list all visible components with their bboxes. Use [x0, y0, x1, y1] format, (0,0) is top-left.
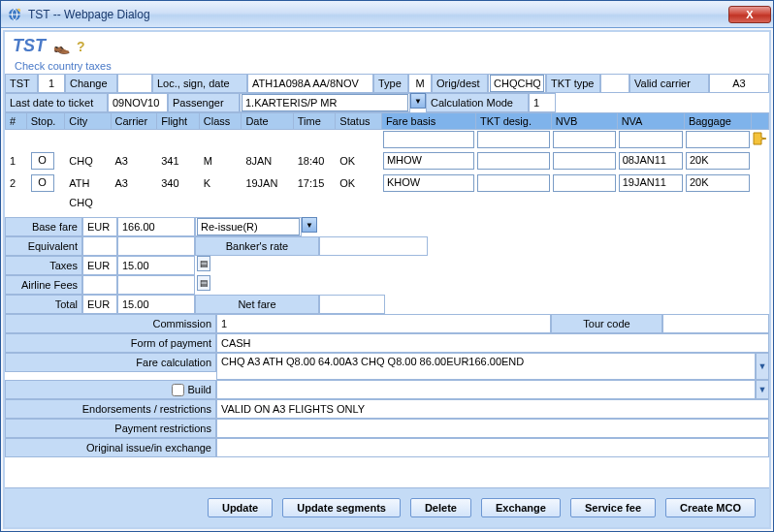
build-cell: Build: [5, 380, 216, 399]
basefare-cur: EUR: [82, 217, 117, 236]
stop-input[interactable]: O: [31, 174, 54, 192]
seg-header-nvb: NVB: [551, 113, 617, 130]
tst-logo: TST: [13, 36, 46, 56]
build-label: Build: [188, 384, 211, 395]
close-button[interactable]: X: [728, 6, 771, 23]
lastdate-value: 09NOV10: [108, 93, 168, 112]
shoe-icon[interactable]: 👞: [53, 39, 70, 54]
nva-input[interactable]: 19JAN11: [619, 174, 683, 192]
tktdesig-input[interactable]: [477, 152, 550, 170]
farecalc-value[interactable]: CHQ A3 ATH Q8.00 64.00A3 CHQ Q8.00 86.00…: [216, 353, 756, 380]
ie-icon: [7, 7, 22, 22]
seg-header-nva: NVA: [617, 113, 684, 130]
endo-label: Endorsements / restrictions: [5, 399, 216, 419]
blank-nvb-input[interactable]: [553, 131, 616, 148]
seg-header-time: Time: [293, 113, 336, 130]
bag-input[interactable]: 20K: [686, 174, 750, 192]
endo-value[interactable]: VALID ON A3 FLIGHTS ONLY: [216, 399, 769, 419]
airfee-detail-icon[interactable]: ▤: [197, 275, 210, 291]
nvb-input[interactable]: [553, 152, 616, 170]
farebasis-input[interactable]: KHOW: [383, 174, 474, 192]
seg-header-class: Class: [199, 113, 242, 130]
type-value: M: [408, 74, 432, 93]
total-amt: 15.00: [117, 295, 195, 314]
tourcode-label: Tour code: [551, 314, 662, 333]
check-country-taxes-link[interactable]: Check country taxes: [5, 58, 769, 74]
netfare-value: [319, 295, 385, 314]
page-header: TST 👞 ?: [5, 32, 769, 58]
info-row-1: TST 1 Change Loc., sign, date ATH1A098A …: [5, 74, 769, 93]
help-icon[interactable]: ?: [77, 39, 85, 54]
build-value: [216, 380, 756, 399]
seg-header-baggage: Baggage: [684, 113, 751, 130]
build-scroll-icon[interactable]: ▼: [756, 380, 769, 399]
validcarrier-label: Valid carrier: [629, 74, 709, 93]
reissue-drop-icon[interactable]: ▼: [302, 217, 317, 233]
reissue-input[interactable]: [197, 218, 300, 235]
tktdesig-input[interactable]: [477, 174, 550, 192]
fare-block: Base fare EUR 166.00 ▼ Equivalent Banker…: [5, 217, 769, 314]
passenger-input[interactable]: [242, 94, 408, 111]
tst-label: TST: [5, 74, 38, 93]
payrest-label: Payment restrictions: [5, 419, 216, 438]
airfee-amt: [117, 275, 195, 295]
seg-header-tkt-desig-: TKT desig.: [476, 113, 552, 130]
origissue-value[interactable]: [216, 438, 769, 457]
tkttype-label: TKT type: [546, 74, 600, 93]
tourcode-value[interactable]: [662, 314, 769, 333]
seg-header-fare-basis: Fare basis: [381, 113, 475, 130]
blank-tktdesig-input[interactable]: [477, 131, 550, 148]
lower-block: Commission 1 Tour code Form of payment C…: [5, 314, 769, 457]
tst-number: 1: [38, 74, 65, 93]
blank-bag-input[interactable]: [686, 131, 750, 148]
seg-header-date: Date: [242, 113, 293, 130]
service-fee-button[interactable]: Service fee: [570, 498, 656, 517]
fop-value[interactable]: CASH: [216, 333, 769, 353]
build-checkbox[interactable]: [172, 384, 184, 396]
farebasis-input[interactable]: MHOW: [383, 152, 474, 170]
passenger-cell: [240, 93, 410, 112]
info-row-2: Last date to ticket 09NOV10 Passenger ▼ …: [5, 93, 769, 112]
taxes-amt: 15.00: [117, 256, 195, 275]
locsign-value: ATH1A098A AA/8NOV: [247, 74, 373, 93]
window-title: TST -- Webpage Dialog: [28, 8, 728, 21]
last-city: CHQ: [65, 195, 111, 211]
calcmode-value: 1: [529, 93, 556, 112]
netfare-label: Net fare: [195, 295, 319, 314]
seg-header-stop-: Stop.: [26, 113, 65, 130]
equiv-label: Equivalent: [5, 236, 82, 256]
reissue-cell: [195, 217, 302, 236]
farecalc-scroll-icon[interactable]: ▼: [756, 353, 769, 380]
bag-input[interactable]: 20K: [686, 152, 750, 170]
calcmode-label: Calculation Mode: [426, 93, 529, 112]
exchange-button[interactable]: Exchange: [481, 498, 561, 517]
segment-row: 2OATHA3340K19JAN17:15OKKHOW19JAN1120K: [6, 172, 769, 195]
passenger-label: Passenger: [168, 93, 240, 112]
change-value: [117, 74, 152, 93]
equiv-amt: [117, 236, 195, 256]
update-segments-button[interactable]: Update segments: [282, 498, 401, 517]
seg-header-city: City: [65, 113, 111, 130]
bankers-value: [319, 236, 428, 256]
commission-value[interactable]: 1: [216, 314, 551, 333]
seg-header-flight: Flight: [157, 113, 200, 130]
payrest-value[interactable]: [216, 419, 769, 438]
taxes-detail-icon[interactable]: ▤: [197, 256, 210, 271]
stop-input[interactable]: O: [31, 152, 54, 170]
segment-row: 1OCHQA3341M8JAN18:40OKMHOW08JAN1120K: [6, 150, 769, 172]
create-mco-button[interactable]: Create MCO: [665, 498, 756, 517]
nva-input[interactable]: 08JAN11: [619, 152, 683, 170]
blank-nva-input[interactable]: [619, 131, 683, 148]
origdest-input[interactable]: [490, 75, 544, 92]
blank-farebasis-input[interactable]: [383, 131, 474, 148]
update-button[interactable]: Update: [208, 498, 273, 517]
change-label: Change: [65, 74, 117, 93]
total-label: Total: [5, 295, 82, 314]
nvb-input[interactable]: [553, 174, 616, 192]
equiv-cur: [82, 236, 117, 256]
total-cur: EUR: [82, 295, 117, 314]
taxes-cur: EUR: [82, 256, 117, 275]
validcarrier-value: A3: [709, 74, 769, 93]
delete-button[interactable]: Delete: [410, 498, 471, 517]
passenger-drop-icon[interactable]: ▼: [410, 93, 426, 109]
